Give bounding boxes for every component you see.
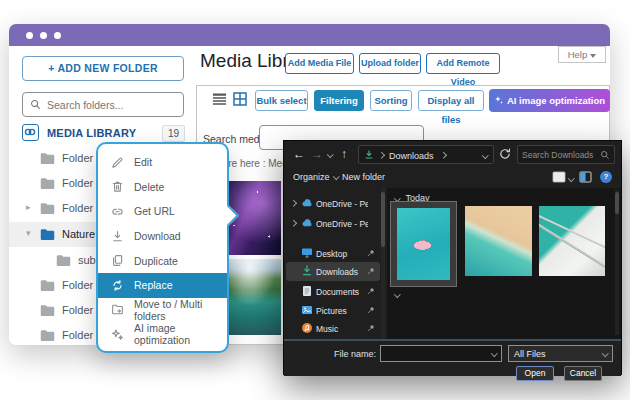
address-dropdown-chevron-icon[interactable]: [482, 152, 488, 158]
cancel-button[interactable]: Cancel: [564, 366, 602, 381]
pin-icon: [367, 306, 375, 316]
sidebar-item-desktop[interactable]: Desktop: [286, 244, 380, 263]
address-bar[interactable]: Downloads: [358, 145, 494, 164]
file-name-label: File name:: [314, 349, 376, 359]
search-icon: [30, 99, 41, 110]
organize-menu[interactable]: Organize: [293, 172, 338, 182]
pin-icon: [367, 324, 375, 334]
open-button[interactable]: Open: [516, 366, 554, 381]
view-options-chevron-icon[interactable]: [568, 175, 574, 181]
titlebar-dot-icon: [40, 32, 47, 39]
recent-locations-chevron-icon[interactable]: [327, 151, 333, 157]
upload-folder-button[interactable]: Upload folder: [359, 53, 421, 74]
organize-label: Organize: [293, 172, 330, 182]
folder-label: Nature: [62, 228, 95, 240]
explorer-sidebar: OneDrive - Perso OneDrive - Perso Deskto…: [284, 188, 384, 339]
sparkles-icon: [111, 328, 124, 341]
surfboard-photo-thumbnail[interactable]: [397, 208, 450, 280]
media-library-root-label: MEDIA LIBRARY: [47, 127, 136, 139]
sidebar-item-label: OneDrive - Perso: [316, 199, 368, 209]
collapse-caret-icon[interactable]: ▾: [26, 228, 31, 238]
chevron-down-icon: [491, 350, 497, 356]
view-options-icon[interactable]: [552, 171, 566, 185]
window-titlebar: [9, 24, 610, 46]
forward-arrow-icon[interactable]: →: [311, 147, 323, 161]
list-view-icon[interactable]: [212, 92, 227, 110]
grid-view-icon[interactable]: [233, 92, 247, 110]
expand-chevron-icon[interactable]: [290, 200, 296, 206]
sidebar-item-music[interactable]: Music: [286, 319, 380, 338]
up-arrow-icon[interactable]: ↑: [341, 147, 347, 161]
folder-label: Folder: [62, 152, 93, 164]
refresh-icon[interactable]: [499, 148, 511, 162]
desktop-icon: [301, 247, 313, 261]
menu-item-replace[interactable]: Replace: [98, 273, 227, 298]
expand-caret-icon[interactable]: ▸: [26, 202, 31, 212]
music-icon: [301, 322, 313, 336]
back-arrow-icon[interactable]: ←: [293, 147, 305, 161]
menu-item-edit[interactable]: Edit: [98, 150, 227, 175]
ai-button-label: AI image optimization: [507, 95, 605, 106]
collapse-chevron-icon: [394, 195, 400, 201]
folder-icon: [40, 201, 55, 219]
filtering-button[interactable]: Filtering: [314, 90, 364, 111]
folder-label: Folder: [62, 177, 93, 189]
preview-pane-icon[interactable]: [579, 171, 592, 185]
folder-label: Folder: [62, 279, 93, 291]
explorer-nav-bar: ← → ↑ Downloads: [284, 141, 621, 168]
sidebar-item-label: Desktop: [316, 249, 368, 259]
menu-item-move-to[interactable]: Move to / Multi folders: [98, 298, 227, 323]
cloud-icon: [301, 217, 313, 231]
new-folder-button[interactable]: New folder: [342, 172, 385, 182]
file-open-dialog: ← → ↑ Downloads Organize: [283, 140, 622, 375]
menu-item-get-url[interactable]: Get URL: [98, 199, 227, 224]
display-all-files-button[interactable]: Display all files: [418, 90, 484, 111]
selected-file-frame[interactable]: [390, 201, 457, 287]
folder-label: Folder: [62, 304, 93, 316]
media-library-root[interactable]: MEDIA LIBRARY 19: [22, 124, 187, 144]
ai-image-optimization-button[interactable]: AI image optimization: [489, 89, 610, 112]
sorting-button[interactable]: Sorting: [370, 90, 412, 111]
trash-icon: [111, 180, 124, 193]
add-remote-video-button[interactable]: Add Remote Video: [426, 53, 500, 74]
downloads-icon: [364, 150, 374, 162]
menu-item-ai-optimization[interactable]: AI image optimization: [98, 322, 227, 347]
folder-move-icon: [111, 303, 124, 316]
document-icon: [301, 285, 313, 299]
menu-item-label: Get URL: [134, 205, 175, 217]
pin-icon: [367, 249, 375, 259]
sync-icon: [111, 279, 124, 292]
menu-item-download[interactable]: Download: [98, 224, 227, 249]
sidebar-item-onedrive[interactable]: OneDrive - Perso: [286, 214, 380, 233]
next-group-chevron-icon[interactable]: [394, 291, 400, 297]
expand-chevron-icon[interactable]: [290, 220, 296, 226]
chevron-down-icon: [333, 173, 339, 179]
add-media-file-button[interactable]: Add Media File: [285, 53, 354, 74]
menu-item-delete[interactable]: Delete: [98, 175, 227, 200]
folder-icon: [40, 278, 55, 296]
content-scrollbar[interactable]: [615, 190, 619, 335]
file-name-input[interactable]: [380, 345, 502, 362]
sparkles-icon: [494, 95, 504, 105]
help-icon[interactable]: [600, 171, 612, 183]
beach-aerial-photo-thumbnail[interactable]: [465, 206, 532, 276]
menu-item-duplicate[interactable]: Duplicate: [98, 248, 227, 273]
file-type-select[interactable]: All Files: [508, 345, 613, 362]
sidebar-scrollbar[interactable]: [381, 188, 385, 339]
add-new-folder-button[interactable]: + ADD NEW FOLDER: [22, 56, 184, 81]
explorer-search-input[interactable]: [522, 147, 600, 162]
help-label: Help: [568, 49, 588, 60]
chevron-down-icon: [602, 350, 608, 356]
menu-item-label: Edit: [134, 156, 152, 168]
menu-item-label: Move to / Multi folders: [134, 298, 227, 322]
boat-deck-photo-thumbnail[interactable]: [539, 206, 605, 276]
help-dropdown[interactable]: Help: [558, 46, 606, 63]
menu-item-label: AI image optimization: [134, 322, 227, 346]
sidebar-item-pictures[interactable]: Pictures: [286, 301, 380, 320]
sidebar-item-onedrive[interactable]: OneDrive - Perso: [286, 194, 380, 213]
folder-search-input[interactable]: [47, 94, 177, 115]
sidebar-item-documents[interactable]: Documents: [286, 282, 380, 301]
sidebar-item-downloads[interactable]: Downloads: [286, 262, 380, 281]
bulk-select-button[interactable]: Bulk select: [255, 90, 308, 111]
wp-media-folder-logo-icon: [22, 124, 39, 141]
